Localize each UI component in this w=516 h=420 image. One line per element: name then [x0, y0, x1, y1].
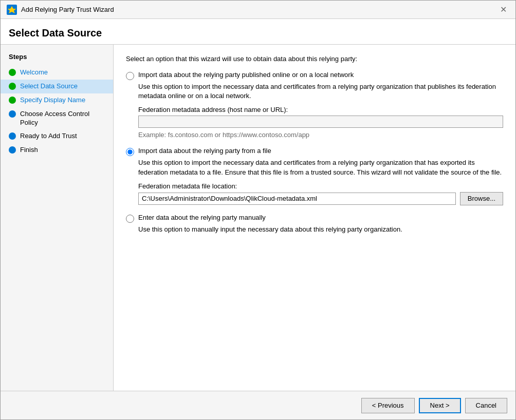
step-dot-ready-to-add — [9, 132, 16, 140]
option-manual-desc: Use this option to manually input the ne… — [138, 225, 503, 234]
sidebar-item-select-data-source[interactable]: Select Data Source — [1, 80, 113, 93]
option-online-block: Import data about the relying party publ… — [126, 71, 503, 139]
option-online-row: Import data about the relying party publ… — [126, 71, 503, 80]
federation-url-field-row — [138, 116, 503, 128]
page-header: Select Data Source — [1, 19, 515, 45]
content-area: Steps Welcome Select Data Source Specify… — [1, 45, 515, 391]
title-bar-left: Add Relying Party Trust Wizard — [7, 5, 114, 15]
intro-text: Select an option that this wizard will u… — [126, 55, 503, 63]
option-file-radio[interactable] — [126, 148, 134, 156]
title-bar: Add Relying Party Trust Wizard ✕ — [1, 1, 515, 19]
previous-button[interactable]: < Previous — [361, 398, 415, 413]
browse-button[interactable]: Browse... — [460, 192, 503, 205]
step-dot-select-data-source — [9, 83, 16, 90]
option-manual-radio[interactable] — [126, 215, 134, 223]
option-online-desc: Use this option to import the necessary … — [138, 82, 503, 101]
federation-url-label: Federation metadata address (host name o… — [138, 106, 503, 113]
sidebar-title: Steps — [1, 53, 113, 66]
page-title: Select Data Source — [9, 27, 507, 39]
sidebar-item-welcome[interactable]: Welcome — [1, 66, 113, 80]
federation-url-input[interactable] — [138, 116, 503, 128]
option-file-label[interactable]: Import data about the relying party from… — [138, 147, 271, 155]
next-button[interactable]: Next > — [419, 398, 461, 413]
option-manual-row: Enter data about the relying party manua… — [126, 214, 503, 223]
federation-file-input[interactable] — [138, 193, 456, 205]
federation-file-field-row: Browse... — [138, 192, 503, 205]
wizard-icon — [7, 5, 17, 15]
sidebar-item-ready-to-add[interactable]: Ready to Add Trust — [1, 129, 113, 143]
step-dot-welcome — [9, 69, 16, 76]
close-button[interactable]: ✕ — [497, 4, 509, 16]
sidebar: Steps Welcome Select Data Source Specify… — [1, 45, 114, 391]
main-content: Select an option that this wizard will u… — [114, 45, 515, 391]
step-dot-specify-display-name — [9, 97, 16, 104]
cancel-button[interactable]: Cancel — [465, 398, 507, 413]
step-dot-choose-access-control — [9, 110, 16, 118]
main-window: Add Relying Party Trust Wizard ✕ Select … — [0, 0, 516, 420]
sidebar-item-choose-access-control[interactable]: Choose Access Control Policy — [1, 107, 113, 130]
step-dot-finish — [9, 146, 16, 154]
option-online-radio[interactable] — [126, 72, 134, 80]
footer: < Previous Next > Cancel — [1, 391, 515, 419]
sidebar-item-specify-display-name[interactable]: Specify Display Name — [1, 93, 113, 107]
option-manual-label[interactable]: Enter data about the relying party manua… — [138, 214, 266, 221]
sidebar-item-finish[interactable]: Finish — [1, 143, 113, 157]
option-file-desc: Use this option to import the necessary … — [138, 158, 503, 177]
option-manual-block: Enter data about the relying party manua… — [126, 214, 503, 234]
option-file-block: Import data about the relying party from… — [126, 147, 503, 205]
federation-file-label: Federation metadata file location: — [138, 182, 503, 190]
option-file-row: Import data about the relying party from… — [126, 147, 503, 156]
window-title: Add Relying Party Trust Wizard — [21, 6, 114, 13]
federation-url-example: Example: fs.contoso.com or https://www.c… — [138, 131, 503, 139]
option-online-label[interactable]: Import data about the relying party publ… — [138, 71, 354, 79]
